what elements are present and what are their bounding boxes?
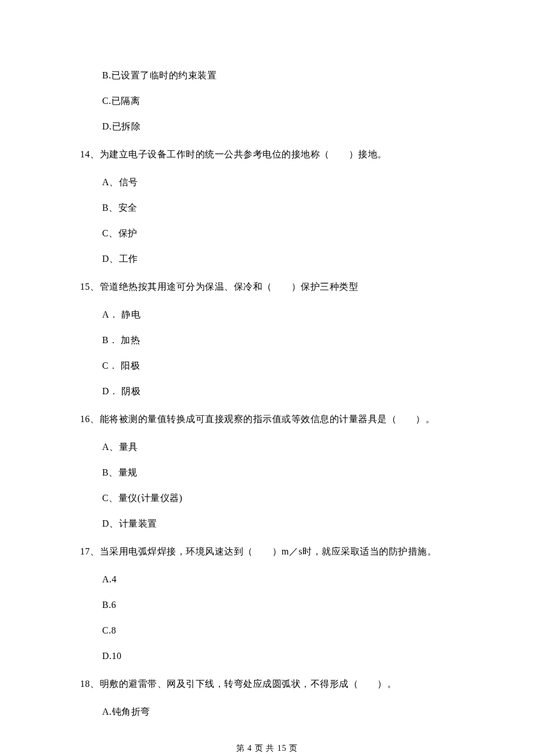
option: A.钝角折弯 [102,705,454,719]
option: A、信号 [102,175,454,189]
option: A.4 [102,573,454,586]
option: C.8 [102,624,454,638]
question-stem: 15、管道绝热按其用途可分为保温、保冷和（ ）保护三种类型 [80,280,454,294]
options-block: A、信号 B、安全 C、保护 D、工作 [80,175,454,266]
option: B、安全 [102,201,454,215]
option: D、工作 [102,252,454,266]
option: B.已设置了临时的约束装置 [102,69,454,82]
page-footer: 第 4 页 共 15 页 [0,742,534,754]
option: C、量仪(计量仪器) [102,491,454,505]
option: A． 静电 [102,308,454,322]
page-content: B.已设置了临时的约束装置 C.已隔离 D.已拆除 14、为建立电子设备工作时的… [0,69,534,719]
option: C． 阳极 [102,359,454,373]
option: B.6 [102,598,454,612]
question-stem: 14、为建立电子设备工作时的统一公共参考电位的接地称（ ）接地。 [80,147,454,161]
option: D． 阴极 [102,384,454,398]
option: D.已拆除 [102,120,454,134]
option: B． 加热 [102,333,454,347]
option: D、计量装置 [102,517,454,531]
options-block: A.钝角折弯 [80,705,454,719]
options-block: A、量具 B、量规 C、量仪(计量仪器) D、计量装置 [80,440,454,531]
question-stem: 18、明敷的避雷带、网及引下线，转弯处应成圆弧状，不得形成（ ）。 [80,677,454,691]
option: C.已隔离 [102,94,454,108]
option: C、保护 [102,226,454,240]
option: B、量规 [102,466,454,480]
options-block: A.4 B.6 C.8 D.10 [80,573,454,663]
question-stem: 17、当采用电弧焊焊接，环境风速达到（ ）m／s时，就应采取适当的防护措施。 [80,545,454,559]
option: A、量具 [102,440,454,454]
lead-options-block: B.已设置了临时的约束装置 C.已隔离 D.已拆除 [80,69,454,134]
question-stem: 16、能将被测的量值转换成可直接观察的指示值或等效信息的计量器具是（ ）。 [80,412,454,426]
option: D.10 [102,649,454,663]
options-block: A． 静电 B． 加热 C． 阳极 D． 阴极 [80,308,454,398]
